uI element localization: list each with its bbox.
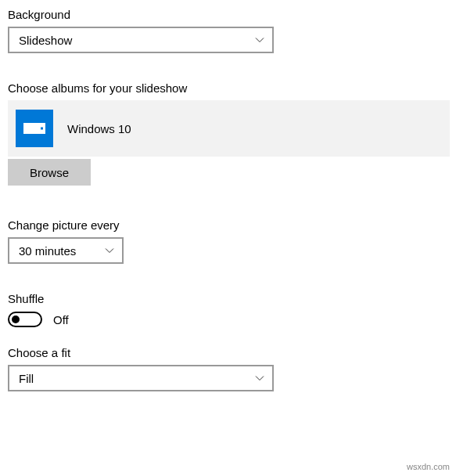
fit-dropdown[interactable]: Fill	[8, 365, 274, 391]
chevron-down-icon	[255, 35, 264, 45]
chevron-down-icon	[255, 373, 264, 383]
shuffle-toggle[interactable]	[8, 312, 42, 327]
browse-button[interactable]: Browse	[8, 159, 91, 186]
change-picture-label: Change picture every	[8, 218, 448, 232]
change-picture-dropdown-value: 30 minutes	[19, 244, 76, 258]
fit-label: Choose a fit	[8, 346, 448, 359]
fit-dropdown-value: Fill	[19, 372, 34, 385]
fit-section: Choose a fit Fill	[8, 346, 448, 391]
albums-label: Choose albums for your slideshow	[8, 81, 448, 95]
toggle-knob	[12, 316, 20, 323]
change-picture-dropdown[interactable]: 30 minutes	[8, 237, 124, 264]
background-section: Background Slideshow	[8, 8, 448, 53]
shuffle-state-label: Off	[53, 313, 69, 326]
change-picture-section: Change picture every 30 minutes	[8, 218, 448, 264]
background-dropdown[interactable]: Slideshow	[8, 27, 274, 53]
shuffle-section: Shuffle Off	[8, 292, 448, 327]
drive-icon	[16, 110, 53, 147]
album-item[interactable]: Windows 10	[8, 100, 450, 157]
background-label: Background	[8, 8, 448, 21]
chevron-down-icon	[105, 246, 114, 255]
album-name: Windows 10	[67, 122, 131, 135]
background-dropdown-value: Slideshow	[19, 34, 72, 47]
albums-section: Choose albums for your slideshow Windows…	[8, 81, 448, 186]
shuffle-label: Shuffle	[8, 292, 448, 305]
watermark: wsxdn.com	[407, 462, 450, 471]
